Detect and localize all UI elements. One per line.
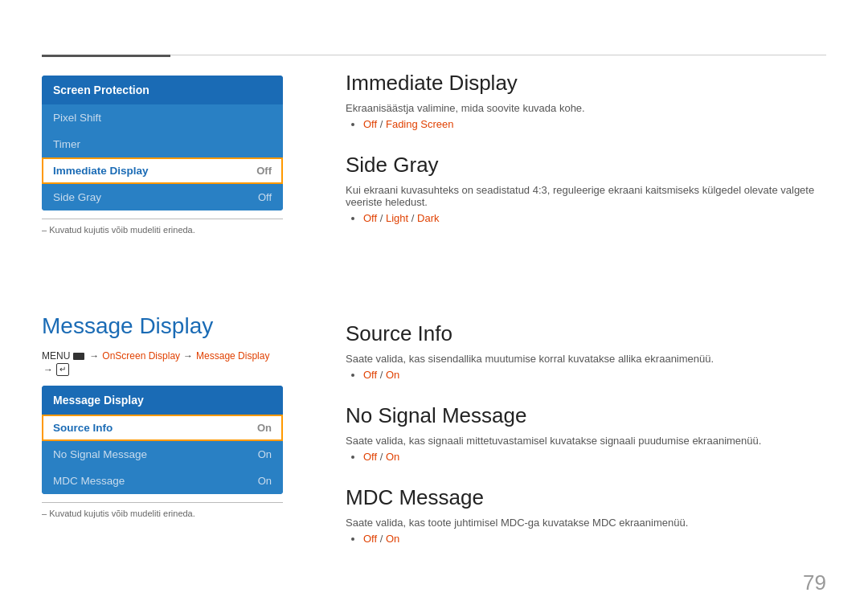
message-display-section: Message Display MENU → OnScreen Display … — [42, 313, 283, 518]
source-info-title: Source Info — [346, 321, 826, 346]
immediate-display-slash1: / — [380, 118, 386, 130]
source-info-slash: / — [380, 369, 386, 381]
side-gray-slash1: / — [380, 212, 386, 224]
source-info-options: Off / On — [363, 369, 826, 381]
screen-protection-note: Kuvatud kujutis võib mudeliti erineda. — [42, 219, 283, 235]
immediate-display-off: Off — [363, 118, 377, 130]
source-info-desc: Saate valida, kas sisendallika muutumise… — [346, 353, 826, 365]
no-signal-value: On — [258, 448, 272, 460]
mdc-message-label: MDC Message — [53, 475, 125, 487]
screen-protection-header: Screen Protection — [42, 76, 283, 104]
message-display-path: Message Display — [196, 350, 269, 362]
menu-item-mdc-message[interactable]: MDC Message On — [42, 468, 283, 494]
immediate-display-fading: Fading Screen — [386, 118, 454, 130]
mdc-message-title: MDC Message — [346, 485, 826, 510]
menu-item-timer[interactable]: Timer — [42, 131, 283, 157]
right-bottom-content: Source Info Saate valida, kas sisendalli… — [346, 321, 826, 545]
side-gray-value: Off — [258, 191, 272, 203]
no-signal-desc: Saate valida, kas signaali mittetuvastam… — [346, 435, 826, 447]
screen-protection-panel: Screen Protection Pixel Shift Timer Imme… — [42, 76, 283, 235]
message-display-menu-header: Message Display — [42, 386, 283, 415]
mdc-message-value: On — [258, 475, 272, 487]
side-gray-off: Off — [363, 212, 377, 224]
mdc-message-off: Off — [363, 533, 377, 545]
no-signal-slash: / — [380, 451, 386, 463]
message-display-menu: Message Display Source Info On No Signal… — [42, 386, 283, 494]
immediate-display-label: Immediate Display — [53, 165, 149, 177]
menu-label: MENU — [42, 350, 70, 362]
enter-icon: ↵ — [56, 363, 69, 376]
menu-item-pixel-shift[interactable]: Pixel Shift — [42, 104, 283, 131]
no-signal-list: Off / On — [346, 451, 826, 463]
immediate-display-desc: Ekraanisäästja valimine, mida soovite ku… — [346, 102, 826, 114]
no-signal-off: Off — [363, 451, 377, 463]
mdc-message-options: Off / On — [363, 533, 826, 545]
side-gray-slash2: / — [411, 212, 417, 224]
menu-item-no-signal[interactable]: No Signal Message On — [42, 441, 283, 468]
no-signal-on: On — [386, 451, 399, 463]
side-gray-light: Light — [386, 212, 408, 224]
top-divider-accent — [42, 55, 170, 57]
menu-item-source-info[interactable]: Source Info On — [42, 415, 283, 441]
screen-protection-menu: Screen Protection Pixel Shift Timer Imme… — [42, 76, 283, 210]
side-gray-dark: Dark — [417, 212, 439, 224]
side-gray-section: Side Gray Kui ekraani kuvasuhteks on sea… — [346, 153, 826, 224]
side-gray-list: Off / Light / Dark — [346, 212, 826, 224]
immediate-display-options: Off / Fading Screen — [363, 118, 826, 130]
source-info-off: Off — [363, 369, 377, 381]
menu-icon — [73, 353, 84, 360]
no-signal-title: No Signal Message — [346, 403, 826, 428]
right-content-top: Immediate Display Ekraanisäästja valimin… — [346, 71, 826, 224]
mdc-message-desc: Saate valida, kas toote juhtimisel MDC-g… — [346, 517, 826, 529]
mdc-message-slash: / — [380, 533, 386, 545]
source-info-section: Source Info Saate valida, kas sisendalli… — [346, 321, 826, 381]
no-signal-options: Off / On — [363, 451, 826, 463]
immediate-display-title: Immediate Display — [346, 71, 826, 96]
message-display-note: Kuvatud kujutis võib mudeliti erineda. — [42, 502, 283, 518]
onscreen-display-path: OnScreen Display — [102, 350, 180, 362]
source-info-value: On — [257, 422, 272, 434]
source-info-label: Source Info — [53, 422, 113, 434]
side-gray-desc: Kui ekraani kuvasuhteks on seadistatud 4… — [346, 184, 826, 208]
source-info-on: On — [386, 369, 399, 381]
menu-path: MENU → OnScreen Display → Message Displa… — [42, 350, 283, 376]
arrow3: → — [43, 364, 53, 375]
side-gray-options: Off / Light / Dark — [363, 212, 826, 224]
side-gray-title: Side Gray — [346, 153, 826, 178]
menu-item-side-gray[interactable]: Side Gray Off — [42, 184, 283, 210]
pixel-shift-label: Pixel Shift — [53, 112, 101, 124]
no-signal-label: No Signal Message — [53, 448, 147, 460]
source-info-list: Off / On — [346, 369, 826, 381]
mdc-message-section: MDC Message Saate valida, kas toote juht… — [346, 485, 826, 545]
immediate-display-value: Off — [256, 165, 272, 177]
immediate-display-section: Immediate Display Ekraanisäästja valimin… — [346, 71, 826, 130]
page-number: 79 — [803, 570, 826, 595]
timer-label: Timer — [53, 138, 80, 150]
message-display-title: Message Display — [42, 313, 283, 339]
no-signal-section: No Signal Message Saate valida, kas sign… — [346, 403, 826, 463]
mdc-message-list: Off / On — [346, 533, 826, 545]
menu-item-immediate-display[interactable]: Immediate Display Off — [42, 157, 283, 184]
side-gray-label: Side Gray — [53, 191, 101, 203]
arrow2: → — [183, 350, 193, 362]
mdc-message-on: On — [386, 533, 399, 545]
immediate-display-list: Off / Fading Screen — [346, 118, 826, 130]
arrow1: → — [89, 350, 99, 362]
